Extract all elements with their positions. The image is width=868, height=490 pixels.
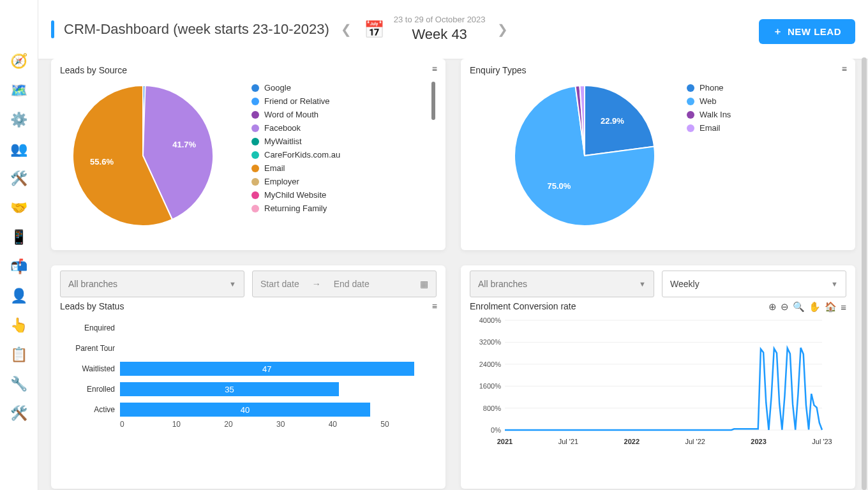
svg-text:75.0%: 75.0%	[547, 181, 571, 191]
nav-mailbox-icon[interactable]: 📬	[9, 256, 29, 277]
next-week-button[interactable]: ❯	[495, 22, 511, 37]
bar-row: Parent Tour	[64, 338, 433, 359]
end-date-placeholder: End date	[334, 279, 407, 289]
header-accent	[51, 20, 54, 38]
legend-dot	[251, 191, 259, 199]
pan-icon[interactable]: ✋	[809, 301, 821, 313]
legend-item[interactable]: Employer	[251, 177, 340, 186]
bar-row: Active40	[64, 399, 433, 420]
legend-label: MyWaitlist	[264, 137, 302, 146]
legend-label: Returning Family	[264, 204, 327, 213]
legend-label: Word of Mouth	[264, 110, 318, 119]
legend-item[interactable]: Google	[251, 83, 340, 93]
legend-item[interactable]: CareForKids.com.au	[251, 150, 340, 160]
zoom-out-icon[interactable]: ⊖	[781, 301, 789, 313]
chevron-down-icon: ▼	[831, 280, 838, 288]
date-range-picker[interactable]: Start date → End date ▦	[252, 271, 437, 297]
bar-row: Waitlisted47	[64, 359, 433, 379]
svg-text:41.7%: 41.7%	[172, 140, 196, 149]
card-menu-icon[interactable]: ≡	[842, 64, 846, 74]
legend-dot	[687, 98, 694, 105]
svg-text:0%: 0%	[491, 426, 501, 434]
svg-text:1600%: 1600%	[479, 382, 501, 390]
toolbar-menu-icon[interactable]: ≡	[841, 302, 846, 313]
legend-item[interactable]: Phone	[687, 83, 731, 93]
legend-item[interactable]: Returning Family	[251, 204, 340, 213]
nav-phone-icon[interactable]: 📱	[9, 227, 29, 248]
bar-leads-by-status: EnquiredParent TourWaitlisted47Enrolled3…	[60, 315, 437, 431]
nav-usergear-icon[interactable]: 👤	[9, 286, 29, 306]
legend-dot	[251, 124, 259, 132]
plus-icon: ＋	[773, 26, 783, 38]
legend-item[interactable]: Email	[251, 163, 340, 173]
card-menu-icon[interactable]: ≡	[432, 64, 437, 74]
nav-clipboard-icon[interactable]: 📋	[9, 345, 29, 365]
nav-map-icon[interactable]: 🗺️	[9, 80, 29, 101]
legend-item[interactable]: MyWaitlist	[251, 137, 340, 146]
bar-category-label: Waitlisted	[64, 364, 115, 373]
legend-dot	[251, 98, 259, 105]
bar-fill: 35	[120, 382, 339, 396]
calendar-icon[interactable]: 📅	[364, 20, 384, 40]
legend-enquiry-types: PhoneWebWalk InsEmail	[687, 79, 731, 133]
home-icon[interactable]: 🏠	[825, 301, 837, 313]
card-enrolment-rate: All branches ▼ Weekly ▼ Enrolment Conver…	[461, 265, 855, 489]
branch-select[interactable]: All branches ▼	[470, 271, 654, 297]
nav-wrenchcross-icon[interactable]: 🛠️	[9, 403, 29, 424]
legend-item[interactable]: Word of Mouth	[251, 110, 340, 119]
branch-select[interactable]: All branches ▼	[60, 271, 244, 297]
pie-enquiry-types: 22.9%75.0%	[470, 79, 680, 232]
card-menu-icon[interactable]: ≡	[432, 301, 437, 311]
svg-text:2022: 2022	[624, 438, 640, 445]
svg-text:2023: 2023	[751, 438, 766, 445]
legend-label: CareForKids.com.au	[264, 150, 340, 160]
legend-label: Employer	[264, 177, 299, 186]
week-number: Week 43	[412, 26, 467, 44]
legend-item[interactable]: Email	[687, 123, 731, 133]
legend-label: Walk Ins	[700, 110, 731, 119]
nav-dashboard-icon[interactable]: 🧭	[9, 51, 29, 71]
bar-row: Enquired	[64, 318, 433, 338]
nav-handshake-icon[interactable]: 🤝	[9, 198, 29, 218]
legend-dot	[251, 178, 259, 186]
legend-item[interactable]: MyChild Website	[251, 190, 340, 200]
legend-item[interactable]: Web	[687, 96, 731, 106]
nav-config-icon[interactable]: 🛠️	[9, 168, 29, 189]
card-title: Leads by Source	[60, 65, 437, 75]
chevron-down-icon: ▼	[639, 280, 646, 288]
legend-scrollbar[interactable]	[431, 82, 435, 120]
pie-leads-by-source: 41.7%55.6%	[60, 79, 245, 232]
svg-text:Jul '21: Jul '21	[558, 438, 578, 445]
zoom-select-icon[interactable]: 🔍	[793, 301, 805, 313]
legend-dot	[251, 84, 259, 92]
bar-row: Enrolled35	[64, 379, 433, 399]
nav-wrench-icon[interactable]: 🔧	[9, 374, 29, 394]
zoom-in-icon[interactable]: ⊕	[768, 301, 777, 313]
legend-item[interactable]: Facebook	[251, 123, 340, 133]
card-leads-by-status: All branches ▼ Start date → End date ▦ L…	[51, 265, 445, 489]
legend-item[interactable]: Walk Ins	[687, 110, 731, 119]
bar-category-label: Enquired	[64, 323, 115, 332]
svg-text:2400%: 2400%	[479, 360, 501, 368]
nav-settings-icon[interactable]: ⚙️	[9, 110, 29, 130]
card-enquiry-types: Enquiry Types ≡ 22.9%75.0% PhoneWebWalk …	[461, 59, 855, 250]
page-scrollbar[interactable]	[862, 57, 867, 490]
card-leads-by-source: Leads by Source ≡ 41.7%55.6% GoogleFrien…	[51, 59, 445, 250]
legend-item[interactable]: Friend or Relative	[251, 96, 340, 106]
nav-hand-icon[interactable]: 👆	[9, 315, 29, 336]
new-lead-button[interactable]: ＋ NEW LEAD	[759, 19, 856, 44]
week-block: 23 to 29 of October 2023 Week 43	[394, 15, 486, 43]
legend-dot	[251, 138, 259, 145]
calendar-small-icon: ▦	[420, 279, 428, 289]
nav-people-icon[interactable]: 👥	[9, 139, 29, 160]
legend-dot	[687, 124, 694, 132]
week-range: 23 to 29 of October 2023	[394, 15, 486, 26]
arrow-right-icon: →	[312, 279, 321, 289]
bar-category-label: Parent Tour	[64, 344, 115, 353]
prev-week-button[interactable]: ❮	[339, 22, 354, 37]
legend-dot	[251, 165, 259, 172]
legend-dot	[251, 151, 259, 159]
period-select-value: Weekly	[670, 279, 700, 289]
period-select[interactable]: Weekly ▼	[662, 271, 846, 297]
svg-text:Jul '23: Jul '23	[812, 438, 832, 445]
